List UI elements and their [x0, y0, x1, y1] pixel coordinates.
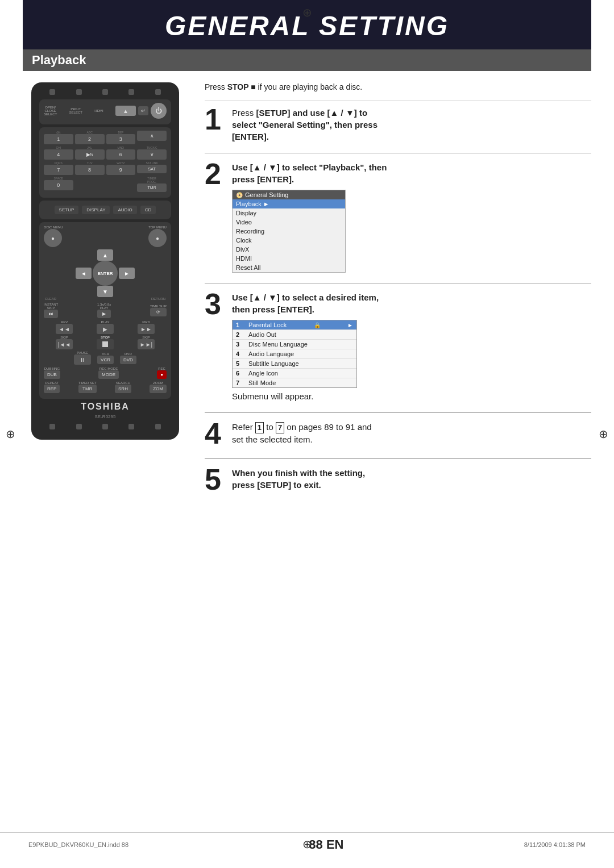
key-0[interactable]: 0	[44, 180, 73, 190]
key-4[interactable]: 4	[44, 149, 73, 160]
step-1-text: Press [SETUP] and use [▲ / ▼] to select …	[232, 107, 591, 143]
rec-mode-button[interactable]: MODE	[98, 370, 119, 379]
stop-group: STOP	[97, 336, 114, 349]
bot-dot-1	[49, 424, 55, 429]
time-slip-label: TIME SLIP	[150, 304, 167, 308]
play-button[interactable]: ▶	[97, 324, 114, 334]
transport-row-1: REV ◄◄ PLAY ▶ FWD ►►	[44, 320, 167, 334]
key-1[interactable]: 1	[44, 134, 73, 144]
menu-item-video[interactable]: Video	[233, 218, 345, 227]
bot-dot-4	[128, 424, 134, 429]
step-3: 3 Use [▲ / ▼] to select a desired item,t…	[205, 289, 591, 402]
key-down-arrow[interactable]: ∨	[137, 149, 167, 160]
repeat-button[interactable]: REP	[44, 385, 60, 393]
power-button[interactable]: ⏻	[151, 103, 167, 119]
timer-set-button[interactable]: TMR	[78, 385, 97, 393]
key-6[interactable]: 6	[106, 149, 136, 160]
dpad-down[interactable]: ▼	[97, 286, 113, 297]
submenu-row-1[interactable]: 1 Parental Lock 🔒 ►	[233, 320, 356, 330]
menu-item-display[interactable]: Display	[233, 208, 345, 218]
model-number: SE-R0295	[39, 414, 171, 419]
menu-item-clock[interactable]: Clock	[233, 236, 345, 245]
key-3[interactable]: 3	[106, 134, 136, 144]
fwd-button[interactable]: ►►	[138, 324, 155, 334]
divider-4	[205, 412, 591, 413]
rec-button[interactable]: ●	[157, 370, 167, 379]
dvd-button[interactable]: DVD	[120, 356, 136, 364]
key-up-arrow[interactable]: ∧	[137, 131, 167, 141]
rev-button[interactable]: ◄◄	[56, 324, 73, 334]
transport-row-2: SKIP |◄◄ STOP SKIP ►►|	[44, 336, 167, 349]
step-4: 4 Refer 1 to 7 on pages 89 to 91 and set…	[205, 419, 591, 448]
menu-item-divx[interactable]: DivX	[233, 245, 345, 254]
enter-button[interactable]: ENTER	[93, 261, 118, 286]
submenu-row-3[interactable]: 3 Disc Menu Language	[233, 340, 356, 349]
submenu-row-7[interactable]: 7 Still Mode	[233, 378, 356, 387]
submenu-row-6[interactable]: 6 Angle Icon	[233, 369, 356, 378]
submenu-label-2: Audio Out	[248, 331, 276, 338]
skip-fwd-button[interactable]: ►►|	[138, 339, 155, 349]
rec-label: REC	[157, 367, 167, 370]
bot-dot-3	[102, 424, 108, 429]
numpad: @/: 1 ABC 2 DEF 3 ∧	[44, 131, 167, 192]
dpad-up[interactable]: ▲	[97, 249, 113, 261]
search-label: SEARCH	[115, 381, 131, 385]
remote-control: OPEN/CLOSE SELECT INPUTSELECT HDMI ▲ ↵ ⏻	[31, 82, 179, 440]
key-satlink[interactable]: SAT	[137, 165, 167, 173]
step-3-text: Use [▲ / ▼] to select a desired item,the…	[232, 291, 591, 315]
key-8[interactable]: 8	[75, 165, 105, 175]
disc-menu-button[interactable]: ●	[44, 229, 62, 247]
top-menu-group: TOP MENU ●	[148, 226, 167, 247]
numpad-section: @/: 1 ABC 2 DEF 3 ∧	[39, 127, 171, 198]
setup-button[interactable]: SETUP	[55, 206, 79, 214]
skip-back-button[interactable]: |◄◄	[56, 339, 73, 349]
submenu-row-5[interactable]: 5 Subtitle Language	[233, 359, 356, 369]
menu-item-recording[interactable]: Recording	[233, 227, 345, 236]
display-button[interactable]: DISPLAY	[82, 206, 110, 214]
key-timer[interactable]: TMR	[137, 183, 167, 192]
dot-1	[49, 89, 55, 95]
numpad-down-btn: TUOX/C ∨	[137, 146, 167, 160]
box-num-7: 7	[276, 422, 284, 433]
eject-button[interactable]: ▲	[115, 106, 136, 116]
top-function-section: OPEN/CLOSE SELECT INPUTSELECT HDMI ▲ ↵ ⏻	[39, 99, 171, 124]
dubbing-label: DUBBING	[44, 367, 60, 370]
divider-1	[205, 101, 591, 101]
cd-button[interactable]: CD	[140, 206, 156, 214]
time-slip-btn[interactable]: ⟳	[150, 308, 167, 316]
divider-2	[205, 153, 591, 153]
audio-button[interactable]: AUDIO	[113, 206, 136, 214]
dubbing-button[interactable]: DUB	[44, 370, 60, 379]
key-9[interactable]: 9	[106, 165, 136, 175]
step-5-number: 5	[205, 465, 225, 494]
menu-item-playback[interactable]: Playback ►	[233, 199, 345, 208]
menu-item-reset-all[interactable]: Reset All	[233, 263, 345, 272]
instant-skip-btn[interactable]: ⏭	[44, 310, 58, 318]
setup-row: SETUP DISPLAY AUDIO CD	[44, 206, 167, 214]
return-label: RETURN	[151, 297, 165, 301]
zoom-button[interactable]: ZOM	[150, 385, 167, 393]
step-4-content: Refer 1 to 7 on pages 89 to 91 and set t…	[232, 419, 591, 445]
pause-button[interactable]: ⏸	[74, 354, 91, 365]
stop-button[interactable]	[97, 339, 114, 349]
submenu-row-4[interactable]: 4 Audio Language	[233, 349, 356, 359]
reg-mark-top: ⊕	[302, 6, 312, 19]
submenu-row-2[interactable]: 2 Audio Out	[233, 330, 356, 340]
slow-play-btn[interactable]: ▶	[97, 310, 111, 318]
submenu-label-3: Disc Menu Language	[248, 341, 308, 348]
menu-item-hdmi[interactable]: HDMI	[233, 254, 345, 263]
top-menu-button[interactable]: ●	[148, 229, 167, 247]
search-button[interactable]: SRH	[115, 385, 131, 393]
vcr-button[interactable]: VCR	[97, 356, 114, 364]
input-icon[interactable]: ↵	[138, 106, 148, 115]
vcr-group: VCR VCR	[97, 352, 114, 364]
dpad-left[interactable]: ◄	[76, 268, 92, 279]
key-5[interactable]: ▶5	[75, 149, 105, 160]
dot-4	[128, 89, 134, 95]
key-7[interactable]: 7	[44, 165, 73, 175]
key-2[interactable]: 2	[75, 134, 105, 144]
menu-title: 📀 General Setting	[233, 190, 345, 199]
submenu-num-5: 5	[236, 360, 244, 367]
dpad-right[interactable]: ►	[119, 268, 135, 279]
rev-group: REV ◄◄	[56, 320, 73, 334]
